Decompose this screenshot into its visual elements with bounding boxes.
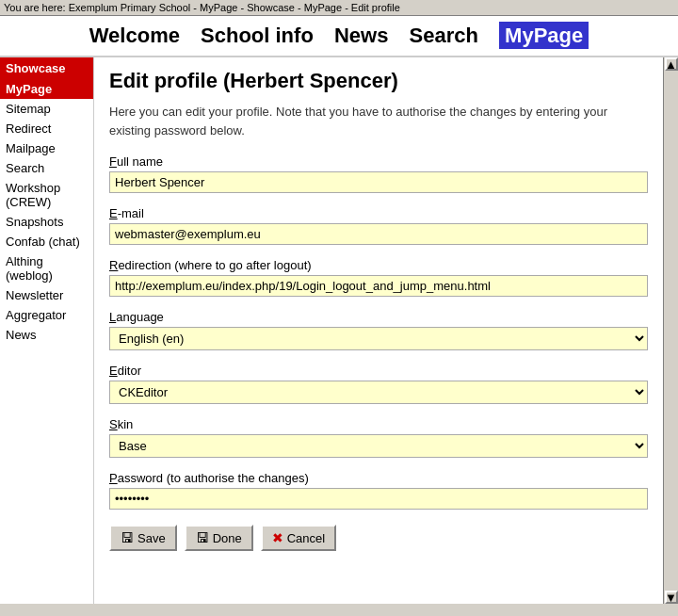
nav-schoolinfo[interactable]: School info: [201, 24, 314, 47]
sidebar-item-sitemap[interactable]: Sitemap: [0, 99, 93, 119]
fullname-label: Full name: [109, 154, 648, 169]
page-title: Edit profile (Herbert Spencer): [109, 69, 648, 93]
sidebar-item-mailpage[interactable]: Mailpage: [0, 138, 93, 158]
language-group: Language English (en) French (fr) German…: [109, 310, 648, 350]
scrollbar-down[interactable]: ▼: [665, 591, 678, 604]
skin-label: Skin: [109, 417, 648, 431]
fullname-group: Full name: [109, 154, 648, 193]
scrollbar[interactable]: ▲ ▼: [663, 57, 678, 604]
password-group: Password (to authorise the changes): [109, 471, 648, 510]
email-input[interactable]: [109, 223, 648, 245]
breadcrumb: You are here: Exemplum Primary School - …: [0, 0, 678, 16]
sidebar-item-althing[interactable]: Althing (weblog): [0, 251, 93, 285]
skin-select[interactable]: Base Dark Light: [109, 434, 648, 458]
sidebar-item-snapshots[interactable]: Snapshots: [0, 212, 93, 232]
done-button[interactable]: 🖫 Done: [185, 525, 253, 551]
sidebar-item-search[interactable]: Search: [0, 158, 93, 178]
sidebar-item-aggregator[interactable]: Aggregator: [0, 305, 93, 325]
email-label: E-mail: [109, 206, 648, 220]
password-input[interactable]: [109, 488, 648, 510]
main-content: Edit profile (Herbert Spencer) Here you …: [94, 57, 663, 604]
editor-select[interactable]: CKEditor TinyMCE Plain text: [109, 381, 648, 404]
save-icon: 🖫: [121, 530, 134, 545]
nav-welcome[interactable]: Welcome: [89, 24, 180, 47]
sidebar-item-news[interactable]: News: [0, 325, 93, 345]
language-select[interactable]: English (en) French (fr) German (de): [109, 327, 648, 350]
sidebar-item-redirect[interactable]: Redirect: [0, 119, 93, 138]
scrollbar-up[interactable]: ▲: [665, 57, 678, 71]
nav-mypage[interactable]: MyPage: [499, 22, 589, 49]
save-button[interactable]: 🖫 Save: [109, 525, 177, 551]
sidebar-item-confab[interactable]: Confab (chat): [0, 232, 93, 251]
redirection-input[interactable]: [109, 275, 648, 297]
nav-news[interactable]: News: [334, 24, 388, 47]
sidebar-item-workshop[interactable]: Workshop (CREW): [0, 178, 93, 212]
fullname-input[interactable]: [109, 171, 648, 193]
cancel-button[interactable]: ✖ Cancel: [261, 525, 336, 551]
password-label: Password (to authorise the changes): [109, 471, 648, 485]
email-group: E-mail: [109, 206, 648, 245]
cancel-icon: ✖: [272, 530, 283, 545]
top-navigation: Welcome School info News Search MyPage: [0, 16, 678, 57]
editor-group: Editor CKEditor TinyMCE Plain text: [109, 364, 648, 404]
sidebar: Showcase MyPage Sitemap Redirect Mailpag…: [0, 57, 94, 604]
sidebar-item-mypage[interactable]: MyPage: [0, 79, 93, 99]
skin-group: Skin Base Dark Light: [109, 417, 648, 458]
nav-search[interactable]: Search: [410, 24, 478, 47]
sidebar-item-newsletter[interactable]: Newsletter: [0, 285, 93, 305]
redirection-group: Redirection (where to go after logout): [109, 258, 648, 297]
editor-label: Editor: [109, 364, 648, 378]
sidebar-section-showcase[interactable]: Showcase: [0, 57, 93, 79]
language-label: Language: [109, 310, 648, 324]
page-description: Here you can edit your profile. Note tha…: [109, 103, 648, 139]
button-row: 🖫 Save 🖫 Done ✖ Cancel: [109, 525, 648, 551]
redirection-label: Redirection (where to go after logout): [109, 258, 648, 272]
done-icon: 🖫: [196, 530, 209, 545]
